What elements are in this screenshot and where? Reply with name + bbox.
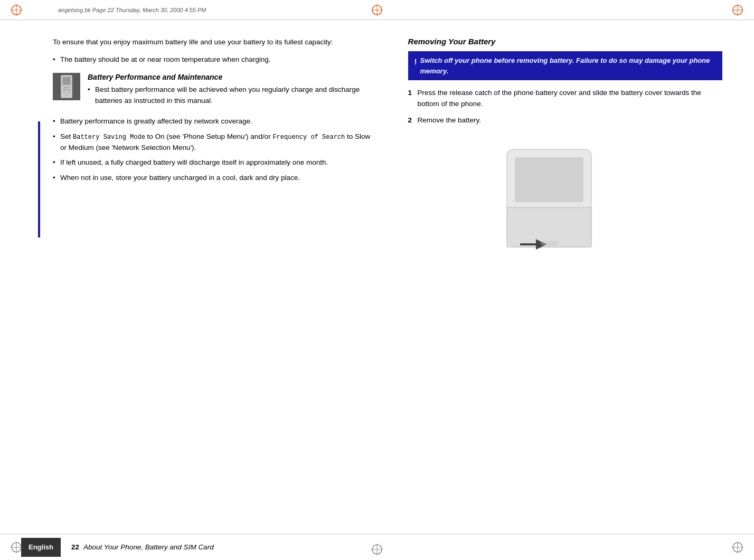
file-info-text: angelsing.bk Page 22 Thursday, March 30,… [58, 7, 206, 13]
svg-rect-12 [63, 89, 65, 90]
bullet-item-3: Set Battery Saving Mode to On (see 'Phon… [53, 131, 371, 154]
svg-rect-7 [62, 77, 70, 84]
bullet3-prefix: Set [60, 132, 73, 140]
svg-rect-18 [515, 157, 583, 202]
svg-rect-15 [63, 91, 65, 93]
svg-rect-11 [68, 87, 70, 88]
bullet-item-5: When not in use, store your battery unch… [53, 173, 371, 184]
language-badge: English [21, 538, 61, 557]
intro-text: To ensure that you enjoy maximum battery… [53, 37, 371, 48]
phone-icon-box [53, 73, 80, 100]
step-2-text: Remove the battery. [418, 116, 482, 124]
left-sidebar-bar [38, 121, 40, 238]
reg-mark-top-left [11, 4, 22, 17]
svg-rect-10 [65, 87, 68, 88]
step-2: 2 Remove the battery. [408, 115, 722, 126]
svg-rect-13 [65, 89, 68, 90]
steps-list: 1 Press the release catch of the phone b… [408, 88, 722, 126]
svg-rect-30 [520, 243, 537, 245]
remaining-bullets: Battery performance is greatly affected … [53, 116, 371, 184]
content-area: To ensure that you enjoy maximum battery… [0, 26, 754, 531]
left-column: To ensure that you enjoy maximum battery… [0, 26, 392, 531]
bullet3-mid: to On (see 'Phone Setup Menu') and/or [145, 132, 273, 140]
intro-bullet-list: The battery should be at or near room te… [53, 54, 371, 65]
page-number: 22 [71, 543, 79, 551]
phone-illustration [491, 134, 639, 255]
svg-rect-16 [68, 91, 70, 93]
warning-text: Switch off your phone before removing ba… [420, 55, 716, 76]
svg-rect-14 [68, 89, 70, 90]
page-container: angelsing.bk Page 22 Thursday, March 30,… [0, 0, 754, 560]
section-with-icon: Battery Performance and Maintenance Best… [53, 73, 371, 111]
reg-mark-top-center [371, 4, 383, 17]
reg-mark-bottom-right [732, 542, 743, 555]
step-2-num: 2 [408, 115, 412, 126]
reg-mark-top-right [732, 4, 743, 17]
right-section-title: Removing Your Battery [408, 37, 722, 46]
intro-bullet-item: The battery should be at or near room te… [53, 54, 371, 65]
bottom-bar: English 22 About Your Phone, Battery and… [0, 534, 754, 560]
step-1: 1 Press the release catch of the phone b… [408, 88, 722, 110]
bullet3-code1: Battery Saving Mode [73, 134, 145, 141]
bullet-item-2: Battery performance is greatly affected … [53, 116, 371, 127]
bullet-item-4: If left unused, a fully charged battery … [53, 157, 371, 168]
phone-icon [57, 74, 76, 99]
reg-mark-bottom-left [11, 542, 22, 555]
section-title-area: Battery Performance and Maintenance Best… [88, 73, 371, 111]
reg-mark-bottom-center [371, 544, 383, 557]
right-column: Removing Your Battery ! Switch off your … [392, 26, 754, 531]
svg-rect-28 [507, 207, 591, 247]
svg-rect-9 [63, 87, 65, 88]
performance-bullet-list: Best battery performance will be achieve… [88, 84, 371, 107]
phone-image-area [408, 134, 722, 255]
step-1-text: Press the release catch of the phone bat… [418, 89, 701, 108]
bullet3-code2: Frequency of Search [272, 134, 345, 141]
section-title: Battery Performance and Maintenance [88, 73, 371, 81]
warning-icon: ! [414, 56, 417, 68]
warning-box: ! Switch off your phone before removing … [408, 51, 722, 80]
step-1-num: 1 [408, 88, 412, 99]
bullet-item-1: Best battery performance will be achieve… [88, 84, 371, 107]
footer-text: About Your Phone, Battery and SIM Card [83, 543, 214, 551]
svg-point-8 [65, 93, 68, 96]
